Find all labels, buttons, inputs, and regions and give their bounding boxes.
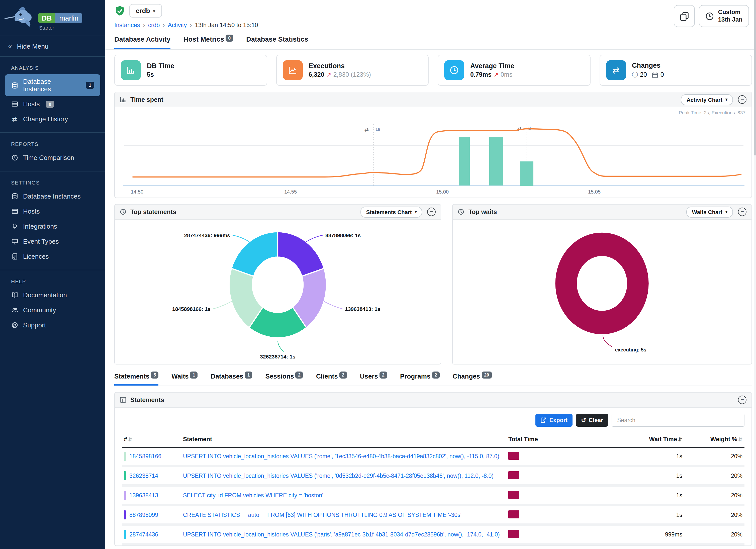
sidebar-item-hosts[interactable]: Hosts 0 [5,97,100,111]
tab-badge: 2 [339,372,347,379]
sidebar-item-label: Hosts [23,100,40,108]
kpi-title: Average Time [470,62,514,70]
dtab-clients[interactable]: Clients2 [316,373,347,386]
statement-text-link[interactable]: UPSERT INTO vehicle_location_histories V… [183,473,494,479]
hide-menu-button[interactable]: « Hide Menu [0,36,105,57]
donut-slice-label: 139638413: 1s [345,306,380,312]
kpi-value: 0.79ms [470,71,492,78]
breadcrumb-crdb[interactable]: crdb [148,22,160,29]
donut-slice [566,244,638,322]
dtab-sessions[interactable]: Sessions2 [265,373,303,386]
sidebar-item-database-instances-settings[interactable]: Database Instances [5,189,100,204]
weight-value: 20% [684,486,744,505]
collapse-panel-button[interactable]: − [738,95,746,104]
export-button[interactable]: Export [535,414,573,427]
x-tick: 14:55 [284,189,297,195]
tab-badge: 5 [151,372,158,379]
sidebar-item-community[interactable]: Community [5,303,100,317]
tab-database-activity[interactable]: Database Activity [114,36,170,49]
tab-database-statistics[interactable]: Database Statistics [246,36,308,49]
collapse-panel-button[interactable]: − [738,208,746,216]
dtab-programs[interactable]: Programs2 [400,373,439,386]
life-ring-icon [11,322,18,328]
sidebar-item-support[interactable]: Support [5,318,100,332]
dtab-users[interactable]: Users2 [360,373,387,386]
sidebar-item-label: Event Types [23,238,59,245]
scrollbar-thumb[interactable] [754,0,756,155]
scrollbar[interactable] [754,0,756,549]
statement-id-link[interactable]: 887898099 [129,512,158,518]
time-spent-chart[interactable]: Peak Time: 2s, Executions: 837 ⇄ 18 [115,107,751,198]
donut-slice [278,232,324,276]
statement-text-link[interactable]: SELECT city, id FROM vehicles WHERE city… [183,492,323,498]
donut-slice-label: 326238714: 1s [260,354,296,359]
nav-section-settings: SETTINGS [0,171,105,189]
caret-down-icon: ▾ [415,210,417,214]
sort-icon: ⇵ [128,437,132,442]
brand-tier: Starter [39,25,82,31]
statement-text-link[interactable]: UPSERT INTO vehicle_location_histories V… [183,531,500,537]
brand-logo[interactable]: DB marlin Starter [0,0,105,34]
sidebar-item-integrations[interactable]: Integrations [5,219,100,234]
plug-icon [11,223,18,230]
statement-id-link[interactable]: 139638413 [129,492,158,498]
time-spent-panel: Time spent Activity Chart ▾ − Peak Time:… [114,92,752,198]
table-icon [120,397,126,403]
sidebar-item-database-instances[interactable]: Database Instances 1 [5,74,100,96]
statement-id-link[interactable]: 326238714 [129,473,158,479]
top-statements-chart[interactable]: 887898099: 1s 287474436: 999ms 139638413… [115,220,441,364]
pie-chart-icon [458,209,464,215]
copy-icon [680,11,689,21]
clear-button[interactable]: ↺ Clear [576,414,608,427]
sidebar-item-documentation[interactable]: Documentation [5,288,100,302]
instance-selector[interactable]: crdb ▾ [129,4,162,18]
total-time-bar [508,491,519,499]
kpi-db-time: DB Time 5s [114,55,267,86]
hide-menu-label: Hide Menu [17,42,49,50]
x-tick: 15:00 [436,189,449,195]
column-header-weight[interactable]: Weight %⇵ [684,433,744,447]
time-range-button[interactable]: Custom 13th Jan [699,5,749,27]
statement-text-link[interactable]: CREATE STATISTICS __auto__ FROM [63] WIT… [183,512,461,518]
table-row: 326238714 UPSERT INTO vehicle_location_h… [122,466,744,486]
nav-section-analysis: ANALYSIS [0,57,105,74]
sidebar-item-event-types[interactable]: Event Types [5,234,100,249]
column-header-wait-time[interactable]: Wait Time⇵ [599,433,684,447]
breadcrumb-current: 13th Jan 14:50 to 15:10 [195,22,258,29]
collapse-panel-button[interactable]: − [738,396,746,404]
collapse-panel-button[interactable]: − [427,208,436,216]
tab-badge: 1 [190,372,198,379]
sidebar-item-licences[interactable]: Licences [5,249,100,264]
top-waits-chart[interactable]: executing: 5s [453,220,751,364]
sidebar-item-time-comparison[interactable]: Time Comparison [5,150,100,165]
search-input[interactable] [612,414,744,427]
dtab-waits[interactable]: Waits1 [171,373,198,386]
statement-color-bar [124,510,126,519]
statement-text-link[interactable]: UPSERT INTO vehicle_location_histories V… [183,453,499,459]
topbar: crdb ▾ Instances› crdb› Activity› 13th J… [105,0,756,29]
breadcrumb-instances[interactable]: Instances [114,22,140,29]
dtab-databases[interactable]: Databases1 [211,373,252,386]
column-header-id[interactable]: #⇵ [122,433,181,447]
statement-id-link[interactable]: 1845898166 [129,453,161,459]
statement-color-bar [124,452,126,461]
copy-link-button[interactable] [674,5,695,27]
breadcrumb-activity[interactable]: Activity [168,22,187,29]
chart-icon [120,96,126,103]
column-header-statement[interactable]: Statement [181,433,506,447]
sidebar-item-hosts-settings[interactable]: Hosts [5,204,100,219]
column-header-total-time[interactable]: Total Time [506,433,599,447]
dtab-statements[interactable]: Statements5 [114,373,158,386]
waits-chart-selector[interactable]: Waits Chart ▾ [687,206,733,217]
hosts-icon [11,101,18,107]
statements-chart-selector[interactable]: Statements Chart ▾ [361,206,422,217]
donut-slice [232,232,278,276]
dtab-changes[interactable]: Changes20 [452,373,492,386]
time-range-line1: Custom [718,9,740,16]
sidebar-item-change-history[interactable]: ⇄ Change History [5,112,100,126]
tab-badge: 2 [432,372,439,379]
activity-chart-selector[interactable]: Activity Chart ▾ [681,94,733,105]
tab-host-metrics[interactable]: Host Metrics0 [183,36,233,49]
database-icon [11,193,18,200]
statement-id-link[interactable]: 287474436 [129,531,158,537]
